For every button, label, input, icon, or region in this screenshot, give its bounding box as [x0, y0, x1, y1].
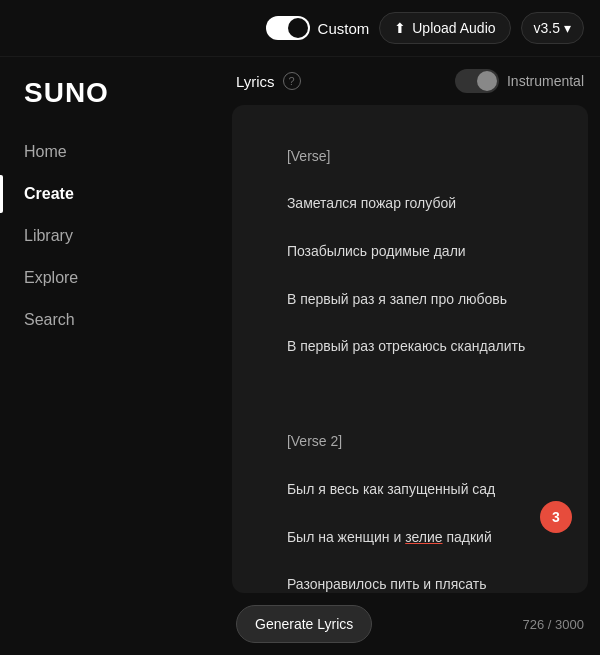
- lyrics-container[interactable]: [Verse] Заметался пожар голубой Позабыли…: [232, 105, 588, 593]
- bottom-area: Generate Lyrics 726 / 3000: [220, 593, 600, 655]
- sidebar-item-explore[interactable]: Explore: [0, 259, 220, 297]
- custom-label: Custom: [318, 20, 370, 37]
- logo: SUNO: [0, 77, 220, 133]
- sidebar: SUNO Home Create Library Explore Search: [0, 57, 220, 655]
- instrumental-toggle[interactable]: [455, 69, 499, 93]
- lyrics-text: [Verse] Заметался пожар голубой Позабыли…: [248, 121, 572, 593]
- custom-toggle[interactable]: [266, 16, 310, 40]
- verse-tag: [Verse]: [287, 148, 331, 164]
- upload-audio-button[interactable]: ⬆ Upload Audio: [379, 12, 510, 44]
- content-area: Lyrics ? Instrumental [Verse] Заметался …: [220, 57, 600, 655]
- toggle-knob: [288, 18, 308, 38]
- instrumental-area: Instrumental: [455, 69, 584, 93]
- main-layout: SUNO Home Create Library Explore Search …: [0, 57, 600, 655]
- generate-lyrics-button[interactable]: Generate Lyrics: [236, 605, 372, 643]
- upload-icon: ⬆: [394, 20, 406, 36]
- instrumental-toggle-knob: [477, 71, 497, 91]
- upload-audio-label: Upload Audio: [412, 20, 495, 36]
- notification-badge: 3: [540, 501, 572, 533]
- generate-lyrics-label: Generate Lyrics: [255, 616, 353, 632]
- chevron-down-icon: ▾: [564, 20, 571, 36]
- version-selector[interactable]: v3.5 ▾: [521, 12, 584, 44]
- underlined-word-1: зелие: [405, 529, 442, 545]
- sidebar-item-create[interactable]: Create: [0, 175, 220, 213]
- sidebar-item-search[interactable]: Search: [0, 301, 220, 339]
- verse2-tag: [Verse 2]: [287, 433, 342, 449]
- nav-items: Home Create Library Explore Search: [0, 133, 220, 339]
- instrumental-label: Instrumental: [507, 73, 584, 89]
- version-label: v3.5: [534, 20, 560, 36]
- lyrics-header: Lyrics ? Instrumental: [220, 57, 600, 105]
- char-count: 726 / 3000: [523, 617, 584, 632]
- sidebar-item-library[interactable]: Library: [0, 217, 220, 255]
- lyrics-label-area: Lyrics ?: [236, 72, 301, 90]
- app-container: Custom ⬆ Upload Audio v3.5 ▾ SUNO Home C…: [0, 0, 600, 655]
- sidebar-item-home[interactable]: Home: [0, 133, 220, 171]
- help-icon[interactable]: ?: [283, 72, 301, 90]
- lyrics-label: Lyrics: [236, 73, 275, 90]
- header: Custom ⬆ Upload Audio v3.5 ▾: [0, 0, 600, 57]
- custom-toggle-area: Custom: [266, 16, 370, 40]
